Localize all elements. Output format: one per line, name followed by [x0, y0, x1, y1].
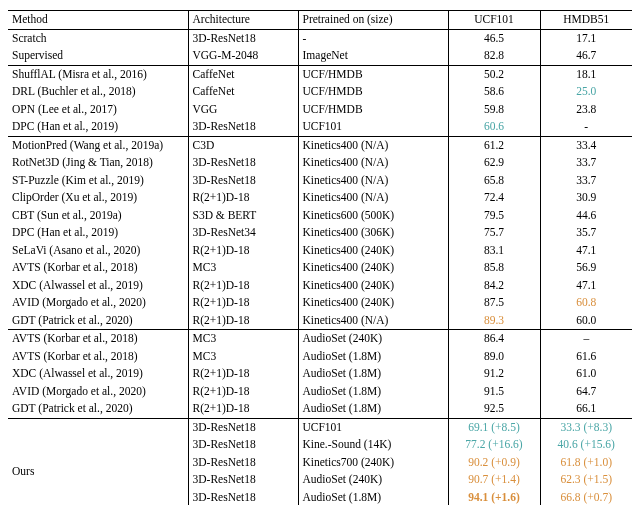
cell-method: AVTS (Korbar et al., 2018) [8, 259, 188, 277]
cell-arch: R(2+1)D-18 [188, 312, 298, 330]
cell-hmdb: 66.8 (+0.7) [540, 489, 632, 505]
cell-pretrain: Kinetics400 (N/A) [298, 172, 448, 190]
cell-pretrain: Kinetics400 (N/A) [298, 136, 448, 154]
cell-pretrain: Kinetics600 (500K) [298, 207, 448, 225]
cell-pretrain: Kinetics400 (N/A) [298, 189, 448, 207]
cell-hmdb: 47.1 [540, 242, 632, 260]
cell-ucf: 91.5 [448, 383, 540, 401]
cell-method: GDT (Patrick et al., 2020) [8, 312, 188, 330]
cell-method: ShufflAL (Misra et al., 2016) [8, 65, 188, 83]
cell-arch: CaffeNet [188, 83, 298, 101]
cell-hmdb: 18.1 [540, 65, 632, 83]
cell-arch: MC3 [188, 259, 298, 277]
cell-hmdb: – [540, 330, 632, 348]
cell-arch: 3D-ResNet18 [188, 154, 298, 172]
cell-pretrain: Kinetics400 (240K) [298, 259, 448, 277]
cell-arch: R(2+1)D-18 [188, 277, 298, 295]
cell-hmdb: 23.8 [540, 101, 632, 119]
cell-arch: 3D-ResNet18 [188, 172, 298, 190]
table-row: OPN (Lee et al., 2017)VGGUCF/HMDB59.823.… [8, 101, 632, 119]
cell-pretrain: AudioSet (1.8M) [298, 400, 448, 418]
cell-method: ST-Puzzle (Kim et al., 2019) [8, 172, 188, 190]
cell-hmdb: 60.8 [540, 294, 632, 312]
cell-arch: VGG [188, 101, 298, 119]
cell-hmdb: 62.3 (+1.5) [540, 471, 632, 489]
cell-method: DPC (Han et al., 2019) [8, 224, 188, 242]
col-method: Method [8, 11, 188, 30]
cell-pretrain: Kinetics400 (240K) [298, 277, 448, 295]
cell-pretrain: UCF/HMDB [298, 101, 448, 119]
cell-arch: CaffeNet [188, 65, 298, 83]
cell-method: CBT (Sun et al., 2019a) [8, 207, 188, 225]
cell-pretrain: AudioSet (1.8M) [298, 383, 448, 401]
cell-ucf: 69.1 (+8.5) [448, 418, 540, 436]
col-pretrain: Pretrained on (size) [298, 11, 448, 30]
table-row: ClipOrder (Xu et al., 2019)R(2+1)D-18Kin… [8, 189, 632, 207]
cell-hmdb: 56.9 [540, 259, 632, 277]
cell-ucf: 90.7 (+1.4) [448, 471, 540, 489]
cell-hmdb: 30.9 [540, 189, 632, 207]
cell-ucf: 50.2 [448, 65, 540, 83]
cell-method: MotionPred (Wang et al., 2019a) [8, 136, 188, 154]
table-row: SupervisedVGG-M-2048ImageNet82.846.7 [8, 47, 632, 65]
cell-hmdb: 35.7 [540, 224, 632, 242]
cell-ucf: 58.6 [448, 83, 540, 101]
table-row: AVID (Morgado et al., 2020)R(2+1)D-18Kin… [8, 294, 632, 312]
cell-ucf: 61.2 [448, 136, 540, 154]
cell-method: AVID (Morgado et al., 2020) [8, 294, 188, 312]
table-row: AVTS (Korbar et al., 2018)MC3AudioSet (2… [8, 330, 632, 348]
table-row: XDC (Alwassel et al., 2019)R(2+1)D-18Aud… [8, 365, 632, 383]
cell-pretrain: AudioSet (240K) [298, 471, 448, 489]
table-row: CBT (Sun et al., 2019a)S3D & BERTKinetic… [8, 207, 632, 225]
cell-arch: R(2+1)D-18 [188, 383, 298, 401]
cell-method: OPN (Lee et al., 2017) [8, 101, 188, 119]
cell-ucf: 91.2 [448, 365, 540, 383]
cell-method: XDC (Alwassel et al., 2019) [8, 365, 188, 383]
cell-method: XDC (Alwassel et al., 2019) [8, 277, 188, 295]
cell-arch: 3D-ResNet18 [188, 454, 298, 472]
cell-arch: R(2+1)D-18 [188, 189, 298, 207]
cell-arch: MC3 [188, 330, 298, 348]
cell-ucf: 94.1 (+1.6) [448, 489, 540, 505]
cell-hmdb: 61.6 [540, 348, 632, 366]
cell-method: AVTS (Korbar et al., 2018) [8, 348, 188, 366]
cell-arch: 3D-ResNet18 [188, 418, 298, 436]
cell-ucf: 62.9 [448, 154, 540, 172]
table-row: MotionPred (Wang et al., 2019a)C3DKineti… [8, 136, 632, 154]
cell-ucf: 89.3 [448, 312, 540, 330]
cell-arch: S3D & BERT [188, 207, 298, 225]
table-row: DRL (Buchler et al., 2018)CaffeNetUCF/HM… [8, 83, 632, 101]
cell-ucf: 79.5 [448, 207, 540, 225]
cell-pretrain: UCF101 [298, 118, 448, 136]
table-row: DPC (Han et al., 2019)3D-ResNet18UCF1016… [8, 118, 632, 136]
header-row: Method Architecture Pretrained on (size)… [8, 11, 632, 30]
cell-arch: R(2+1)D-18 [188, 242, 298, 260]
cell-hmdb: 25.0 [540, 83, 632, 101]
cell-hmdb: 33.7 [540, 172, 632, 190]
cell-method: Supervised [8, 47, 188, 65]
cell-method: Scratch [8, 29, 188, 47]
cell-hmdb: 33.4 [540, 136, 632, 154]
cell-hmdb: 64.7 [540, 383, 632, 401]
cell-pretrain: Kinetics400 (240K) [298, 294, 448, 312]
table-row: Scratch3D-ResNet18-46.517.1 [8, 29, 632, 47]
table-row: GDT (Patrick et al., 2020)R(2+1)D-18Kine… [8, 312, 632, 330]
cell-ucf: 83.1 [448, 242, 540, 260]
cell-pretrain: Kinetics400 (240K) [298, 242, 448, 260]
cell-arch: C3D [188, 136, 298, 154]
ours-label: Ours [8, 418, 188, 505]
col-ucf: UCF101 [448, 11, 540, 30]
table-row: AVID (Morgado et al., 2020)R(2+1)D-18Aud… [8, 383, 632, 401]
cell-pretrain: AudioSet (1.8M) [298, 348, 448, 366]
cell-ucf: 86.4 [448, 330, 540, 348]
cell-hmdb: 33.7 [540, 154, 632, 172]
cell-ucf: 87.5 [448, 294, 540, 312]
cell-arch: R(2+1)D-18 [188, 294, 298, 312]
table-row: AVTS (Korbar et al., 2018)MC3AudioSet (1… [8, 348, 632, 366]
cell-arch: 3D-ResNet34 [188, 224, 298, 242]
cell-ucf: 90.2 (+0.9) [448, 454, 540, 472]
cell-pretrain: UCF/HMDB [298, 83, 448, 101]
cell-hmdb: 66.1 [540, 400, 632, 418]
cell-ucf: 59.8 [448, 101, 540, 119]
table-row: DPC (Han et al., 2019)3D-ResNet34Kinetic… [8, 224, 632, 242]
